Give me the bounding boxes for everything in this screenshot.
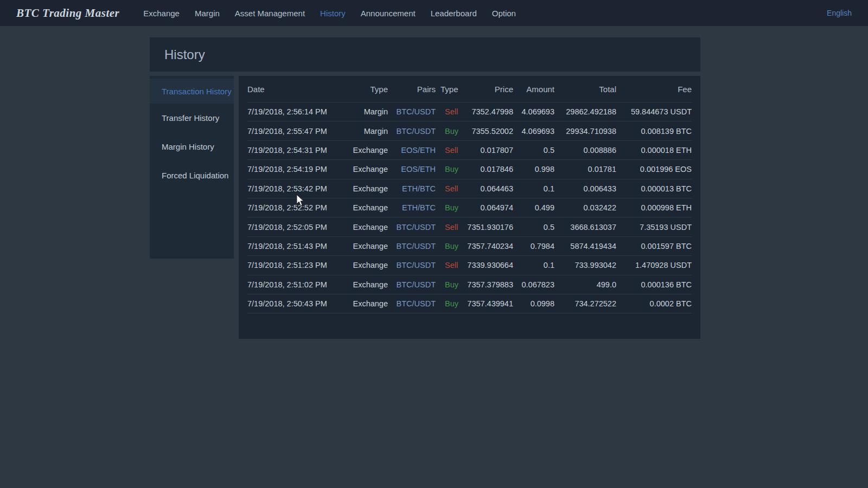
cell-total: 733.993042 — [554, 261, 616, 269]
cell-total: 29862.492188 — [554, 107, 616, 116]
cell-date: 7/19/2018, 2:51:43 PM — [247, 242, 345, 251]
cell-fee: 0.000998 ETH — [616, 203, 692, 212]
cell-pairs[interactable]: EOS/ETH — [388, 165, 436, 174]
cell-price: 7339.930664 — [463, 261, 513, 269]
table-row: 7/19/2018, 2:50:43 PMExchangeBTC/USDTBuy… — [247, 294, 692, 313]
brand-logo[interactable]: BTC Trading Master — [16, 7, 119, 20]
page-container: History Transaction HistoryTransfer Hist… — [150, 37, 700, 339]
cell-fee: 0.0002 BTC — [616, 299, 692, 308]
cell-pairs[interactable]: ETH/BTC — [388, 203, 436, 212]
cell-total: 0.032422 — [554, 203, 616, 212]
header-amount: Amount — [513, 85, 554, 94]
cell-side: Buy — [436, 242, 463, 251]
top-navbar: BTC Trading Master ExchangeMarginAsset M… — [0, 0, 868, 26]
cell-type: Exchange — [345, 146, 388, 155]
cell-date: 7/19/2018, 2:56:14 PM — [247, 107, 345, 116]
cell-price: 0.017807 — [463, 146, 513, 155]
language-selector[interactable]: English — [827, 9, 852, 17]
cell-side: Buy — [436, 299, 463, 308]
cell-price: 7357.379883 — [463, 280, 513, 289]
cell-amount: 0.1 — [513, 184, 554, 193]
sidebar-item-margin-history[interactable]: Margin History — [150, 132, 234, 161]
table-row: 7/19/2018, 2:52:05 PMExchangeBTC/USDTSel… — [247, 217, 692, 236]
nav-item-leaderboard[interactable]: Leaderboard — [423, 1, 484, 25]
cell-amount: 0.7984 — [513, 242, 554, 251]
cell-fee: 1.470928 USDT — [616, 261, 692, 269]
cell-pairs[interactable]: EOS/ETH — [388, 146, 436, 155]
nav-item-history[interactable]: History — [312, 1, 353, 25]
page-title: History — [164, 47, 205, 62]
cell-side: Buy — [436, 127, 463, 136]
cell-fee: 0.001597 BTC — [616, 242, 692, 251]
nav-item-exchange[interactable]: Exchange — [136, 1, 187, 25]
table-row: 7/19/2018, 2:52:52 PMExchangeETH/BTCBuy0… — [247, 198, 692, 217]
header-type: Type — [345, 85, 388, 94]
cell-price: 7357.740234 — [463, 242, 513, 251]
sidebar-item-transaction-history[interactable]: Transaction History — [150, 79, 234, 104]
header-pairs: Pairs — [388, 85, 436, 94]
table-row: 7/19/2018, 2:51:02 PMExchangeBTC/USDTBuy… — [247, 275, 692, 294]
cell-total: 0.008886 — [554, 146, 616, 155]
cell-type: Exchange — [345, 280, 388, 289]
cell-date: 7/19/2018, 2:51:23 PM — [247, 261, 345, 269]
header-date: Date — [247, 85, 345, 94]
cell-fee: 7.35193 USDT — [616, 223, 692, 232]
cell-price: 7352.47998 — [463, 107, 513, 116]
cell-date: 7/19/2018, 2:54:31 PM — [247, 146, 345, 155]
cell-type: Exchange — [345, 184, 388, 193]
cell-type: Exchange — [345, 223, 388, 232]
table-row: 7/19/2018, 2:56:14 PMMarginBTC/USDTSell7… — [247, 102, 692, 121]
cell-side: Buy — [436, 203, 463, 212]
cell-type: Margin — [345, 127, 388, 136]
nav-item-option[interactable]: Option — [484, 1, 524, 25]
cell-price: 0.064974 — [463, 203, 513, 212]
nav-item-asset-management[interactable]: Asset Management — [227, 1, 312, 25]
header-price: Price — [463, 85, 513, 94]
cell-type: Margin — [345, 107, 388, 116]
nav-item-announcement[interactable]: Announcement — [353, 1, 423, 25]
cell-pairs[interactable]: BTC/USDT — [388, 107, 436, 116]
cell-amount: 0.998 — [513, 165, 554, 174]
cell-fee: 0.000018 ETH — [616, 146, 692, 155]
table-row: 7/19/2018, 2:51:43 PMExchangeBTC/USDTBuy… — [247, 237, 692, 256]
nav-item-margin[interactable]: Margin — [187, 1, 227, 25]
panel-header: History — [150, 37, 700, 72]
cell-date: 7/19/2018, 2:50:43 PM — [247, 299, 345, 308]
sidebar-item-forced-liquidation[interactable]: Forced Liquidation — [150, 161, 234, 190]
cell-pairs[interactable]: BTC/USDT — [388, 280, 436, 289]
cell-pairs[interactable]: BTC/USDT — [388, 261, 436, 269]
cell-amount: 0.5 — [513, 223, 554, 232]
cell-type: Exchange — [345, 165, 388, 174]
cell-side: Buy — [436, 280, 463, 289]
cell-total: 0.01781 — [554, 165, 616, 174]
cell-total: 5874.419434 — [554, 242, 616, 251]
cell-side: Sell — [436, 223, 463, 232]
cell-total: 0.006433 — [554, 184, 616, 193]
cell-pairs[interactable]: BTC/USDT — [388, 242, 436, 251]
table-row: 7/19/2018, 2:54:31 PMExchangeEOS/ETHSell… — [247, 141, 692, 160]
cell-pairs[interactable]: BTC/USDT — [388, 299, 436, 308]
cell-amount: 4.069693 — [513, 107, 554, 116]
cell-price: 0.017846 — [463, 165, 513, 174]
cell-side: Sell — [436, 107, 463, 116]
table-header-row: DateTypePairsTypePriceAmountTotalFee — [247, 76, 692, 102]
cell-amount: 0.499 — [513, 203, 554, 212]
cell-side: Sell — [436, 261, 463, 269]
cell-pairs[interactable]: BTC/USDT — [388, 223, 436, 232]
sidebar-item-transfer-history[interactable]: Transfer History — [150, 104, 234, 132]
table-row: 7/19/2018, 2:51:23 PMExchangeBTC/USDTSel… — [247, 256, 692, 275]
cell-date: 7/19/2018, 2:51:02 PM — [247, 280, 345, 289]
cell-pairs[interactable]: ETH/BTC — [388, 184, 436, 193]
cell-date: 7/19/2018, 2:53:42 PM — [247, 184, 345, 193]
cell-amount: 0.0998 — [513, 299, 554, 308]
cell-side: Sell — [436, 146, 463, 155]
cell-fee: 0.008139 BTC — [616, 127, 692, 136]
cell-date: 7/19/2018, 2:54:19 PM — [247, 165, 345, 174]
cell-total: 734.272522 — [554, 299, 616, 308]
cell-type: Exchange — [345, 242, 388, 251]
cell-pairs[interactable]: BTC/USDT — [388, 127, 436, 136]
history-sidebar: Transaction HistoryTransfer HistoryMargi… — [150, 76, 234, 259]
cell-price: 7357.439941 — [463, 299, 513, 308]
table-row: 7/19/2018, 2:54:19 PMExchangeEOS/ETHBuy0… — [247, 160, 692, 179]
cell-total: 29934.710938 — [554, 127, 616, 136]
